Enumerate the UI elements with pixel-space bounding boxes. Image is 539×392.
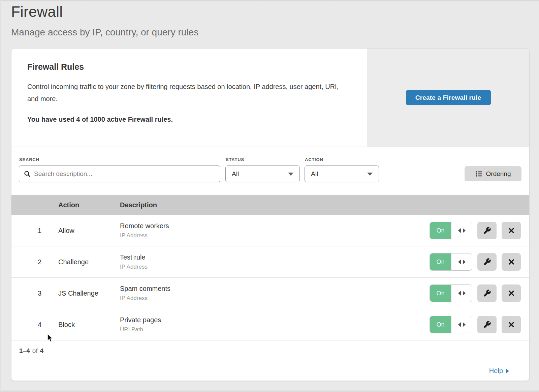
rules-usage-text: You have used 4 of 1000 active Firewall … xyxy=(27,116,347,123)
ordered-list-icon xyxy=(475,170,482,177)
delete-rule-button[interactable] xyxy=(502,253,521,271)
rule-description: Private pages xyxy=(120,316,430,324)
rule-enabled-toggle[interactable]: On xyxy=(430,253,472,271)
rule-description: Spam comments xyxy=(120,285,430,293)
toggle-on-segment[interactable]: On xyxy=(430,285,451,302)
page-bottom-edge xyxy=(0,390,539,392)
action-select-value: All xyxy=(311,170,318,178)
rule-match-type: IP Address xyxy=(120,295,430,302)
page-top-edge xyxy=(0,0,539,2)
arrow-right-icon xyxy=(463,260,466,264)
arrow-right-icon xyxy=(463,291,466,296)
rule-controls: On xyxy=(430,316,529,333)
page-header: Firewall Manage access by IP, country, o… xyxy=(11,3,198,38)
status-label: STATUS xyxy=(226,157,244,162)
pagination-range: 1–4 xyxy=(19,347,30,355)
table-header: Action Description xyxy=(11,195,529,215)
close-icon xyxy=(508,290,515,297)
wrench-icon xyxy=(483,227,491,235)
table-row: 1 Allow Remote workers IP Address On xyxy=(11,215,529,246)
action-column-header: Action xyxy=(58,201,120,209)
rule-priority: 1 xyxy=(38,227,41,234)
toggle-off-segment[interactable] xyxy=(451,285,472,302)
pagination-total: 4 xyxy=(40,347,44,355)
rule-match-type: IP Address xyxy=(120,264,430,270)
search-input[interactable] xyxy=(34,170,215,178)
edit-rule-button[interactable] xyxy=(477,316,497,333)
ordering-button-label: Ordering xyxy=(486,170,511,178)
search-box[interactable] xyxy=(19,165,220,182)
close-icon xyxy=(508,258,515,266)
rule-action: Block xyxy=(58,321,120,329)
rule-action: JS Challenge xyxy=(58,290,120,297)
arrow-left-icon xyxy=(458,228,461,233)
close-icon xyxy=(508,321,515,328)
chevron-down-icon xyxy=(367,173,373,176)
action-label: ACTION xyxy=(305,157,323,162)
toggle-off-segment[interactable] xyxy=(451,316,472,333)
rule-controls: On xyxy=(430,284,529,302)
filters-bar: SEARCH STATUS ACTION All All xyxy=(11,147,529,195)
status-select-value: All xyxy=(232,170,239,178)
close-icon xyxy=(508,227,515,234)
arrow-left-icon xyxy=(458,322,461,327)
arrow-right-icon xyxy=(463,322,466,327)
search-label: SEARCH xyxy=(19,157,39,162)
create-rule-panel: Create a Firewall rule xyxy=(367,49,529,147)
wrench-icon xyxy=(483,289,491,297)
arrow-left-icon xyxy=(458,260,461,264)
ordering-button[interactable]: Ordering xyxy=(465,166,521,181)
rule-enabled-toggle[interactable]: On xyxy=(430,316,472,333)
rule-priority: 3 xyxy=(38,290,41,297)
rule-match-type: IP Address xyxy=(120,232,430,239)
wrench-icon xyxy=(483,321,491,329)
pagination-of: of xyxy=(32,347,38,355)
toggle-on-segment[interactable]: On xyxy=(430,222,451,239)
rule-controls: On xyxy=(430,222,529,239)
rules-summary-text: Firewall Rules Control incoming traffic … xyxy=(11,49,367,147)
table-row: 2 Challenge Test rule IP Address On xyxy=(11,246,529,277)
edit-rule-button[interactable] xyxy=(477,222,497,239)
page-title: Firewall xyxy=(11,3,198,20)
card-description: Control incoming traffic to your zone by… xyxy=(27,81,347,105)
toggle-off-segment[interactable] xyxy=(451,222,472,239)
rule-action: Allow xyxy=(58,227,120,235)
help-link[interactable]: Help xyxy=(489,367,509,375)
card-footer: Help xyxy=(11,361,529,381)
rule-controls: On xyxy=(430,253,529,271)
toggle-on-segment[interactable]: On xyxy=(430,253,451,270)
rule-enabled-toggle[interactable]: On xyxy=(430,284,472,302)
rule-match-type: URI Path xyxy=(120,326,430,333)
edit-rule-button[interactable] xyxy=(477,253,497,271)
arrow-right-icon xyxy=(463,228,466,233)
rule-description: Test rule xyxy=(120,253,430,261)
card-heading: Firewall Rules xyxy=(27,62,347,72)
firewall-rules-card: Firewall Rules Control incoming traffic … xyxy=(11,48,530,381)
wrench-icon xyxy=(483,258,491,266)
page-left-edge xyxy=(0,0,1,392)
search-icon xyxy=(24,171,31,177)
page-subtitle: Manage access by IP, country, or query r… xyxy=(11,27,198,38)
chevron-down-icon xyxy=(288,173,293,176)
create-firewall-rule-button[interactable]: Create a Firewall rule xyxy=(406,90,491,105)
rule-priority: 2 xyxy=(38,258,41,266)
toggle-off-segment[interactable] xyxy=(451,253,472,270)
help-link-label: Help xyxy=(489,367,503,375)
status-select[interactable]: All xyxy=(225,165,300,182)
delete-rule-button[interactable] xyxy=(502,316,521,333)
rule-action: Challenge xyxy=(58,258,120,266)
action-select[interactable]: All xyxy=(305,165,379,182)
rules-summary-block: Firewall Rules Control incoming traffic … xyxy=(11,49,529,147)
toggle-on-segment[interactable]: On xyxy=(430,316,451,333)
rule-enabled-toggle[interactable]: On xyxy=(430,222,472,239)
arrow-right-icon xyxy=(506,369,509,373)
delete-rule-button[interactable] xyxy=(502,284,521,302)
edit-rule-button[interactable] xyxy=(477,284,497,302)
table-row: 3 JS Challenge Spam comments IP Address … xyxy=(11,277,529,309)
description-column-header: Description xyxy=(120,201,529,209)
rule-description: Remote workers xyxy=(120,222,430,230)
arrow-left-icon xyxy=(458,291,461,296)
table-row: 4 Block Private pages URI Path On xyxy=(11,309,529,340)
delete-rule-button[interactable] xyxy=(502,222,521,239)
pagination-bar: 1–4 of 4 xyxy=(11,340,529,361)
